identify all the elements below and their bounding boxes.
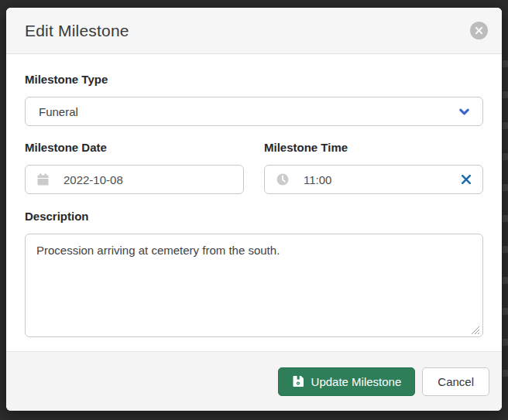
- cancel-button[interactable]: Cancel: [422, 367, 489, 396]
- modal-title: Edit Milestone: [25, 22, 129, 40]
- time-column: Milestone Time 11:00: [264, 141, 483, 194]
- update-milestone-label: Update Milestone: [311, 375, 402, 388]
- close-icon: [475, 26, 483, 35]
- milestone-time-input[interactable]: 11:00: [264, 165, 483, 194]
- description-textarea[interactable]: Procession arriving at cemetery from the…: [25, 234, 483, 337]
- clear-time-icon[interactable]: [461, 174, 472, 185]
- modal-body: Milestone Type Funeral Milestone Date: [6, 54, 502, 351]
- clock-icon: [276, 173, 289, 186]
- modal-backdrop: Edit Milestone Milestone Type Funeral Mi…: [0, 0, 508, 420]
- cancel-label: Cancel: [438, 375, 474, 388]
- milestone-time-value: 11:00: [304, 173, 331, 186]
- resize-handle-icon[interactable]: [471, 326, 480, 335]
- milestone-type-select[interactable]: Funeral: [25, 97, 483, 126]
- modal-footer: Update Milestone Cancel: [6, 351, 502, 411]
- backdrop-page-artifacts: [503, 60, 508, 393]
- chevron-down-icon: [457, 104, 472, 119]
- update-milestone-button[interactable]: Update Milestone: [278, 367, 416, 396]
- edit-milestone-modal: Edit Milestone Milestone Type Funeral Mi…: [6, 8, 502, 411]
- milestone-date-value: 2022-10-08: [64, 173, 123, 186]
- save-icon: [292, 375, 304, 388]
- calendar-icon: [37, 173, 49, 186]
- description-label: Description: [25, 210, 483, 224]
- milestone-date-label: Milestone Date: [25, 141, 244, 155]
- close-button[interactable]: [470, 22, 488, 39]
- milestone-type-label: Milestone Type: [25, 73, 483, 87]
- milestone-type-value: Funeral: [39, 105, 78, 118]
- date-time-row: Milestone Date 2022-10-08 Milestone Time: [25, 141, 483, 194]
- milestone-date-input[interactable]: 2022-10-08: [25, 165, 244, 194]
- milestone-time-label: Milestone Time: [264, 141, 483, 155]
- description-field: Procession arriving at cemetery from the…: [25, 234, 483, 340]
- date-column: Milestone Date 2022-10-08: [25, 141, 244, 194]
- modal-header: Edit Milestone: [6, 8, 502, 54]
